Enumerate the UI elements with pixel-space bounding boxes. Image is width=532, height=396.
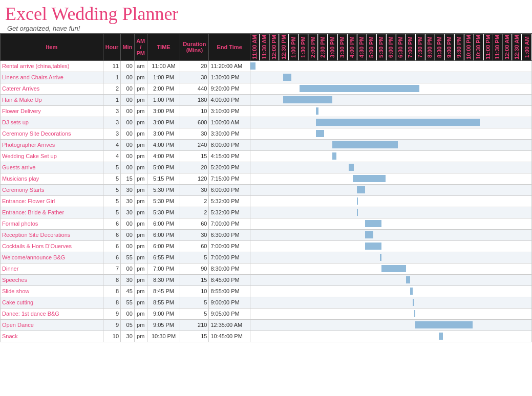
gantt-cell bbox=[250, 117, 531, 128]
tl-header-26: 12:00 AM bbox=[502, 34, 512, 61]
cell-0: Ceremony Site Decorations bbox=[1, 128, 103, 139]
cell-0: Linens and Chairs Arrive bbox=[1, 72, 103, 83]
cell-1: 6 bbox=[103, 218, 120, 229]
table-row: Snack1030pm10:30 PM1510:45:00 PM bbox=[1, 331, 532, 342]
cell-5: 20 bbox=[180, 162, 209, 173]
cell-5: 10 bbox=[180, 285, 209, 297]
tl-header-27: 12:30 AM bbox=[512, 34, 522, 61]
cell-1: 8 bbox=[103, 274, 120, 285]
cell-3: pm bbox=[134, 184, 147, 195]
cell-2: 00 bbox=[121, 229, 135, 240]
cell-2: 30 bbox=[121, 274, 135, 285]
tl-header-7: 2:30 PM bbox=[318, 34, 328, 61]
cell-3: pm bbox=[134, 319, 147, 331]
tl-header-23: 10:30 PM bbox=[474, 34, 483, 61]
gantt-bar bbox=[415, 321, 473, 328]
cell-4: 8:45 PM bbox=[147, 285, 180, 297]
cell-2: 30 bbox=[121, 207, 135, 218]
cell-5: 15 bbox=[180, 274, 209, 285]
table-row: Linens and Chairs Arrive100pm1:00 PM301:… bbox=[1, 72, 532, 83]
cell-2: 30 bbox=[121, 184, 135, 195]
cell-4: 2:00 PM bbox=[147, 83, 180, 94]
tl-header-24: 11:00 PM bbox=[483, 34, 493, 61]
cell-5: 240 bbox=[180, 139, 209, 150]
cell-6: 5:32:00 PM bbox=[209, 207, 250, 218]
cell-5: 5 bbox=[180, 297, 209, 308]
cell-0: Welcome/announce B&G bbox=[1, 252, 103, 263]
cell-0: Slide show bbox=[1, 285, 103, 297]
table-row: Flower Delivery300pm3:00 PM103:10:00 PM bbox=[1, 105, 532, 117]
table-row: DJ sets up300pm3:00 PM6001:00:00 AM bbox=[1, 117, 532, 128]
gantt-cell bbox=[250, 184, 531, 195]
cell-1: 4 bbox=[103, 139, 120, 150]
cell-3: pm bbox=[134, 252, 147, 263]
tl-header-28: 1:00 AM bbox=[522, 34, 531, 61]
table-row: Guests arrive500pm5:00 PM205:20:00 PM bbox=[1, 162, 532, 173]
gantt-bar bbox=[283, 96, 332, 103]
gantt-bar bbox=[380, 254, 381, 261]
cell-3: pm bbox=[134, 105, 147, 117]
cell-5: 90 bbox=[180, 263, 209, 274]
gantt-bar bbox=[357, 197, 358, 205]
cell-6: 5:32:00 PM bbox=[209, 195, 250, 207]
table-row: Formal photos600pm6:00 PM607:00:00 PM bbox=[1, 218, 532, 229]
gantt-cell bbox=[250, 60, 531, 72]
cell-5: 30 bbox=[180, 128, 209, 139]
cell-0: DJ sets up bbox=[1, 117, 103, 128]
gantt-cell bbox=[250, 207, 531, 218]
cell-5: 210 bbox=[180, 319, 209, 331]
tl-header-14: 6:00 PM bbox=[386, 34, 396, 61]
cell-2: 00 bbox=[121, 308, 135, 319]
tl-header-11: 4:30 PM bbox=[357, 34, 367, 61]
cell-5: 30 bbox=[180, 184, 209, 195]
cell-1: 6 bbox=[103, 229, 120, 240]
cell-1: 8 bbox=[103, 285, 120, 297]
cell-6: 6:30:00 PM bbox=[209, 229, 250, 240]
cell-2: 00 bbox=[121, 72, 135, 83]
cell-3: pm bbox=[134, 150, 147, 162]
cell-5: 60 bbox=[180, 240, 209, 252]
cell-2: 00 bbox=[121, 60, 135, 72]
cell-0: Musicians play bbox=[1, 173, 103, 184]
cell-3: pm bbox=[134, 83, 147, 94]
cell-6: 8:00:00 PM bbox=[209, 139, 250, 150]
cell-2: 00 bbox=[121, 94, 135, 105]
cell-3: am bbox=[134, 60, 147, 72]
tl-header-1: 11:30 AM bbox=[260, 34, 269, 61]
col-item: Item bbox=[1, 34, 103, 61]
cell-4: 8:55 PM bbox=[147, 297, 180, 308]
cell-0: Hair & Make Up bbox=[1, 94, 103, 105]
tl-header-18: 8:00 PM bbox=[425, 34, 435, 61]
cell-3: pm bbox=[134, 162, 147, 173]
cell-3: pm bbox=[134, 240, 147, 252]
app-header: Excel Wedding Planner Get organized, hav… bbox=[0, 0, 532, 33]
cell-5: 180 bbox=[180, 94, 209, 105]
cell-1: 1 bbox=[103, 94, 120, 105]
col-ampm: AM / PM bbox=[134, 34, 147, 61]
cell-3: pm bbox=[134, 229, 147, 240]
cell-0: Cocktails & Hors D'Ouerves bbox=[1, 240, 103, 252]
cell-4: 4:00 PM bbox=[147, 150, 180, 162]
table-row: Dinner700pm7:00 PM908:30:00 PM bbox=[1, 263, 532, 274]
cell-4: 6:00 PM bbox=[147, 229, 180, 240]
gantt-cell bbox=[250, 218, 531, 229]
cell-4: 9:00 PM bbox=[147, 308, 180, 319]
tl-header-5: 1:30 PM bbox=[299, 34, 308, 61]
col-time: TIME bbox=[147, 34, 180, 61]
cell-5: 2 bbox=[180, 195, 209, 207]
table-row: Reception Site Decorations600pm6:00 PM30… bbox=[1, 229, 532, 240]
cell-5: 5 bbox=[180, 308, 209, 319]
gantt-cell bbox=[250, 319, 531, 331]
cell-0: Flower Delivery bbox=[1, 105, 103, 117]
gantt-bar bbox=[439, 333, 443, 340]
gantt-cell bbox=[250, 331, 531, 342]
cell-1: 11 bbox=[103, 60, 120, 72]
cell-2: 45 bbox=[121, 285, 135, 297]
cell-5: 600 bbox=[180, 117, 209, 128]
gantt-bar bbox=[283, 74, 291, 81]
gantt-cell bbox=[250, 308, 531, 319]
cell-1: 9 bbox=[103, 319, 120, 331]
tl-header-3: 12:30 PM bbox=[279, 34, 289, 61]
gantt-cell bbox=[250, 162, 531, 173]
table-row: Photographer Arrives400pm4:00 PM2408:00:… bbox=[1, 139, 532, 150]
